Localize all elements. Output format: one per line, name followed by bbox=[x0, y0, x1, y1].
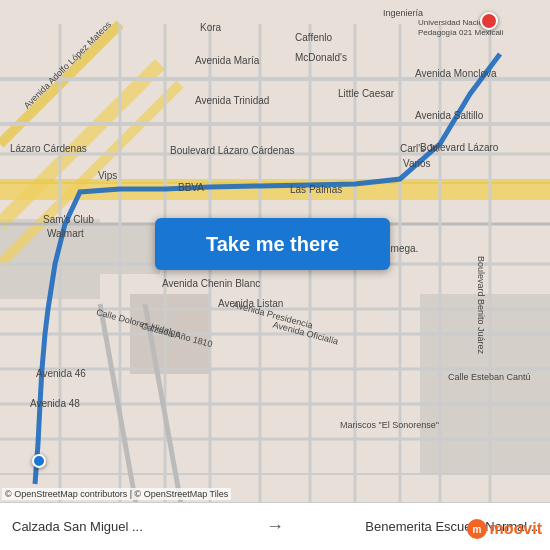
street-label-blvd-lazaro: Boulevard Lázaro Cárdenas bbox=[170, 145, 295, 156]
street-label-avenida-trinidad: Avenida Trinidad bbox=[195, 95, 269, 106]
destination-pin-circle bbox=[480, 12, 498, 30]
moovit-logo: m moovit bbox=[466, 518, 542, 540]
app: Avenida Adolfo López Mateos Kora Caffenl… bbox=[0, 0, 550, 550]
map-container: Avenida Adolfo López Mateos Kora Caffenl… bbox=[0, 0, 550, 550]
take-me-there-button[interactable]: Take me there bbox=[155, 218, 390, 270]
destination-pin bbox=[480, 12, 498, 30]
street-label-little-caesar: Little Caesar bbox=[338, 88, 394, 99]
take-me-there-label: Take me there bbox=[206, 233, 339, 256]
street-label-carls: Carl's Jr. bbox=[400, 143, 439, 154]
street-label-caffenlo: Caffenlo bbox=[295, 32, 332, 43]
street-label-lazaro: Lázaro Cárdenas bbox=[10, 143, 87, 154]
street-label-avenida-maria: Avenida María bbox=[195, 55, 259, 66]
street-label-bbva: BBVA bbox=[178, 182, 204, 193]
street-label-mcdonalds: McDonald's bbox=[295, 52, 347, 63]
moovit-text: moovit bbox=[490, 520, 542, 538]
svg-rect-2 bbox=[100, 224, 160, 274]
street-label-avenida-monclova: Avenida Monclova bbox=[415, 68, 497, 79]
street-label-benito-juarez: Boulevard Benito Juárez bbox=[476, 256, 486, 354]
street-label-ingenieria: Ingeniería bbox=[383, 8, 423, 18]
route-arrow: → bbox=[266, 516, 284, 537]
street-label-esteban: Calle Esteban Cantú bbox=[448, 372, 531, 382]
street-label-walmart: Walmart bbox=[47, 228, 84, 239]
street-label-vips: Vips bbox=[98, 170, 117, 181]
street-label-varios: Varios bbox=[403, 158, 431, 169]
osm-attribution: © OpenStreetMap contributors | © OpenStr… bbox=[2, 488, 231, 500]
street-label-kora: Kora bbox=[200, 22, 221, 33]
street-label-sams: Sam's Club bbox=[43, 214, 94, 225]
origin-pin bbox=[32, 454, 46, 468]
moovit-icon: m bbox=[466, 518, 488, 540]
street-label-las-palmas: Las Palmas bbox=[290, 184, 342, 195]
street-label-chenin: Avenida Chenin Blanc bbox=[162, 278, 260, 289]
street-label-avenida48: Avenida 48 bbox=[30, 398, 80, 409]
street-label-mariscos: Mariscos "El Sonorense" bbox=[340, 420, 439, 430]
street-label-avenida-saltillo: Avenida Saltillo bbox=[415, 110, 483, 121]
origin-pin-circle bbox=[32, 454, 46, 468]
street-label-avenida46: Avenida 46 bbox=[36, 368, 86, 379]
route-from: Calzada San Miguel ... bbox=[12, 519, 258, 534]
bottom-bar: Calzada San Miguel ... → Benemerita Escu… bbox=[0, 502, 550, 550]
svg-text:m: m bbox=[472, 524, 481, 535]
